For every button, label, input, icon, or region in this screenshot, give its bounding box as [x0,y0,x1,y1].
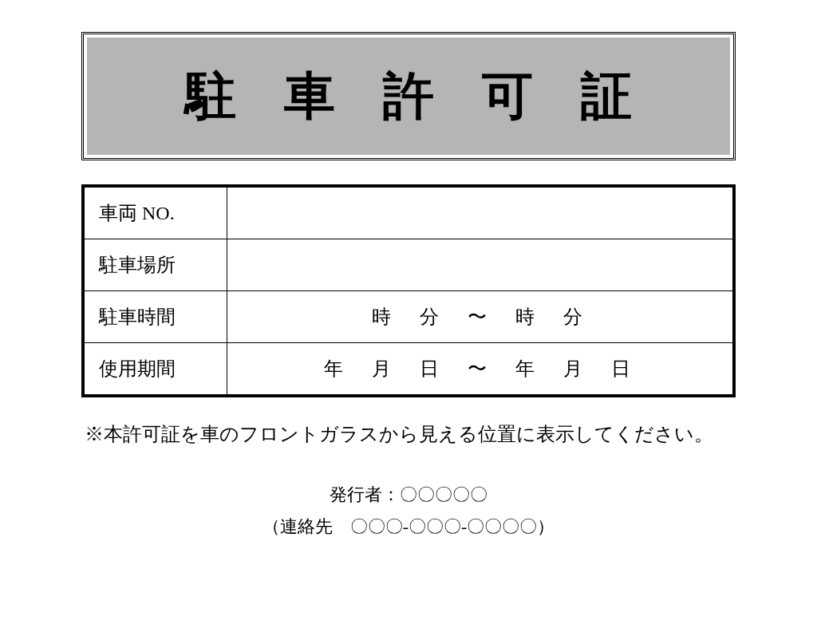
contact-label: （連絡先 [262,516,350,536]
issuer-label: 発行者： [330,484,400,504]
issuer-block: 発行者：〇〇〇〇〇 （連絡先 〇〇〇-〇〇〇-〇〇〇〇） [81,479,736,542]
row-label-location: 駐車場所 [83,239,227,291]
row-value-time: 時 分 〜 時 分 [227,291,734,343]
row-label-period: 使用期間 [83,343,227,397]
document-title: 駐車許可証 [103,61,714,131]
title-inner: 駐車許可証 [87,38,730,155]
contact-line: （連絡先 〇〇〇-〇〇〇-〇〇〇〇） [81,511,736,543]
issuer-line: 発行者：〇〇〇〇〇 [81,479,736,511]
row-value-period: 年 月 日 〜 年 月 日 [227,343,734,397]
row-label-time: 駐車時間 [83,291,227,343]
row-value-vehicle-no [227,186,734,239]
parking-permit-document: 駐車許可証 車両 NO. 駐車場所 駐車時間 時 分 〜 時 分 使用期間 年 … [81,32,736,542]
contact-value: 〇〇〇-〇〇〇-〇〇〇〇 [350,516,538,536]
contact-close: ） [537,516,555,536]
table-row: 使用期間 年 月 日 〜 年 月 日 [83,343,734,397]
table-row: 駐車時間 時 分 〜 時 分 [83,291,734,343]
table-row: 車両 NO. [83,186,734,239]
title-frame: 駐車許可証 [81,32,736,160]
notice-text: ※本許可証を車のフロントガラスから見える位置に表示してください。 [81,421,736,447]
row-label-vehicle-no: 車両 NO. [83,186,227,239]
issuer-name: 〇〇〇〇〇 [400,484,487,504]
table-row: 駐車場所 [83,239,734,291]
row-value-location [227,239,734,291]
info-table: 車両 NO. 駐車場所 駐車時間 時 分 〜 時 分 使用期間 年 月 日 〜 … [81,184,736,397]
